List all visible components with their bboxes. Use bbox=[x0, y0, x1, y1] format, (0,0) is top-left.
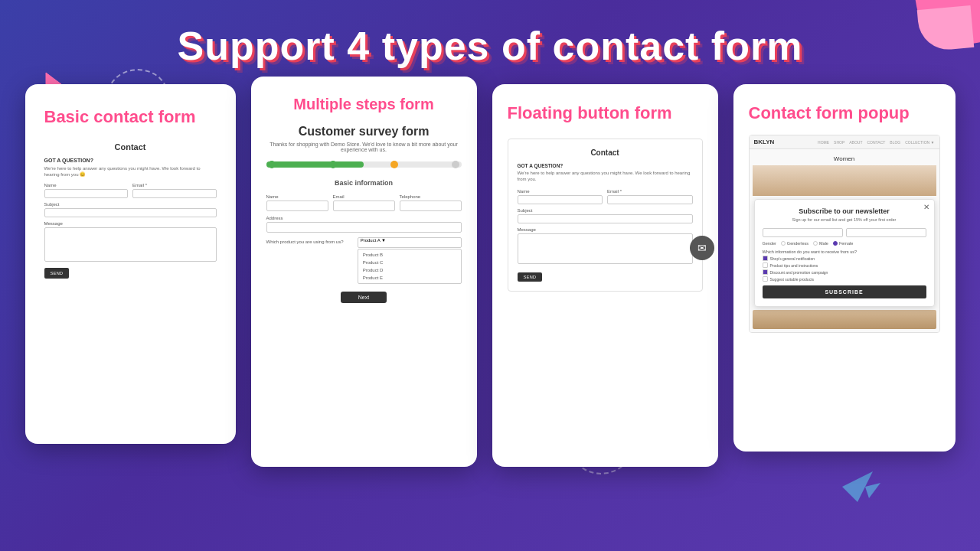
modal-gender-male[interactable]: Male bbox=[813, 241, 828, 246]
cards-container: Basic contact form Contact GOT A QUESTIO… bbox=[0, 69, 980, 467]
step-dot-1 bbox=[268, 161, 276, 168]
steps-section-label: Basic information bbox=[266, 179, 462, 187]
checkbox-general[interactable]: Shop's general notification bbox=[763, 256, 926, 261]
floating-form-section: GOT A QUESTION? bbox=[518, 163, 693, 168]
checkbox-discount-label: Discount and promotion campaign bbox=[770, 270, 828, 275]
floating-email-field: Email * bbox=[607, 189, 693, 204]
floating-name-input[interactable] bbox=[518, 195, 603, 204]
floating-subject-field: Subject bbox=[518, 208, 693, 223]
step-dot-2 bbox=[329, 161, 337, 168]
floating-subject-input[interactable] bbox=[518, 214, 693, 223]
steps-address-input[interactable] bbox=[266, 222, 462, 233]
basic-form-send-button[interactable]: SEND bbox=[44, 268, 70, 279]
steps-telephone-field: Telephone bbox=[400, 194, 462, 211]
nav-collection[interactable]: COLLECTION ▼ bbox=[905, 140, 934, 145]
basic-form-email-field: Email * bbox=[132, 183, 217, 198]
gender-radio-genderless-dot bbox=[781, 241, 786, 246]
step-dot-3 bbox=[390, 161, 398, 168]
page-title: Support 4 types of contact form bbox=[0, 0, 980, 69]
steps-email-input[interactable] bbox=[333, 201, 395, 211]
checkbox-suggest[interactable]: Suggest suitable products bbox=[763, 276, 926, 282]
floating-form-heading: Contact bbox=[518, 148, 693, 157]
nav-shop[interactable]: SHOP bbox=[834, 140, 844, 145]
basic-form-message-textarea[interactable] bbox=[44, 227, 217, 262]
modal-email-field bbox=[846, 228, 926, 237]
basic-form-name-input[interactable] bbox=[44, 189, 129, 198]
floating-send-button[interactable]: SEND bbox=[518, 272, 543, 282]
basic-form-subject-field: Subject bbox=[44, 202, 217, 217]
product-option-c[interactable]: Product C bbox=[358, 259, 461, 266]
steps-progress-bar bbox=[266, 161, 462, 168]
popup-form-title: Contact form popup bbox=[749, 103, 940, 123]
basic-form-subject-label: Subject bbox=[44, 202, 217, 207]
product-option-b[interactable]: Product B bbox=[358, 251, 461, 259]
modal-subscribe-button[interactable]: SUBSCRIBE bbox=[763, 285, 926, 298]
browser-nav: HOME SHOP ABOUT CONTACT BLOG COLLECTION … bbox=[818, 140, 934, 145]
basic-form-heading: Contact bbox=[44, 142, 217, 152]
gender-genderless-label: Genderless bbox=[787, 241, 808, 246]
modal-name-input[interactable] bbox=[763, 228, 843, 237]
browser-product-image bbox=[753, 165, 936, 196]
floating-email-label: Email * bbox=[607, 189, 693, 194]
steps-email-field: Email bbox=[333, 194, 395, 211]
checkbox-discount-box bbox=[763, 269, 768, 275]
modal-gender-row: Gender Genderless Male Female bbox=[763, 241, 926, 246]
checkbox-product-tips-box bbox=[763, 262, 768, 268]
nav-about[interactable]: ABOUT bbox=[849, 140, 862, 145]
checkbox-suggest-label: Suggest suitable products bbox=[770, 277, 815, 282]
basic-form-name-label: Name bbox=[44, 183, 129, 187]
product-option-d[interactable]: Product D bbox=[358, 266, 461, 274]
steps-product-selected[interactable]: Product A ▼ bbox=[358, 237, 462, 248]
card-floating-button: Floating button form Contact GOT A QUEST… bbox=[492, 84, 718, 467]
basic-form-name-field: Name bbox=[44, 183, 129, 198]
product-option-e[interactable]: Product E bbox=[358, 274, 461, 282]
modal-name-email-row bbox=[763, 228, 926, 237]
steps-name-field: Name bbox=[266, 194, 328, 211]
nav-contact[interactable]: CONTACT bbox=[867, 140, 886, 145]
checkbox-discount[interactable]: Discount and promotion campaign bbox=[763, 269, 926, 275]
floating-form-title: Floating button form bbox=[508, 103, 703, 123]
floating-subject-label: Subject bbox=[518, 208, 693, 213]
checkbox-suggest-box bbox=[763, 276, 768, 282]
modal-email-input[interactable] bbox=[846, 228, 926, 237]
basic-form-message-field: Message bbox=[44, 221, 217, 262]
floating-message-textarea[interactable] bbox=[518, 233, 693, 264]
steps-name-input[interactable] bbox=[266, 201, 328, 211]
floating-form-description: We're here to help answer any questions … bbox=[518, 170, 693, 183]
step-dot-4 bbox=[452, 161, 459, 168]
browser-product-bottom bbox=[753, 310, 936, 329]
nav-home[interactable]: HOME bbox=[818, 140, 829, 145]
card-basic-contact: Basic contact form Contact GOT A QUESTIO… bbox=[25, 84, 236, 444]
steps-progress-dots bbox=[266, 161, 462, 168]
checkbox-general-box bbox=[763, 256, 768, 261]
floating-email-input[interactable] bbox=[607, 195, 693, 204]
checkbox-product-tips[interactable]: Product tips and instructions bbox=[763, 262, 926, 268]
card-contact-popup: Contact form popup BKLYN HOME SHOP ABOUT… bbox=[733, 84, 956, 452]
basic-form-subject-input[interactable] bbox=[44, 208, 217, 217]
steps-product-dropdown: Product B Product C Product D Product E bbox=[358, 249, 462, 284]
steps-name-email-tel-row: Name Email Telephone bbox=[266, 194, 462, 211]
basic-form-message-label: Message bbox=[44, 221, 217, 226]
checkbox-general-label: Shop's general notification bbox=[770, 256, 815, 261]
steps-product-select-wrapper: Product A ▼ Product B Product C Product … bbox=[358, 237, 462, 284]
basic-form-preview: Contact GOT A QUESTION? We're here to he… bbox=[44, 142, 217, 279]
browser-page-title: Women bbox=[753, 152, 936, 165]
modal-gender-genderless[interactable]: Genderless bbox=[781, 241, 808, 246]
basic-form-section: GOT A QUESTION? bbox=[44, 158, 217, 163]
basic-form-email-input[interactable] bbox=[132, 189, 217, 198]
modal-gender-female[interactable]: Female bbox=[833, 241, 853, 246]
floating-contact-box: Contact GOT A QUESTION? We're here to he… bbox=[508, 139, 703, 292]
steps-next-button[interactable]: Next bbox=[341, 292, 387, 303]
basic-form-name-email-row: Name Email * bbox=[44, 183, 217, 198]
modal-close-button[interactable]: ✕ bbox=[923, 203, 929, 211]
modal-checkboxes: Shop's general notification Product tips… bbox=[763, 256, 926, 282]
steps-address-label: Address bbox=[266, 216, 462, 220]
nav-blog[interactable]: BLOG bbox=[890, 140, 900, 145]
steps-telephone-label: Telephone bbox=[400, 194, 462, 199]
steps-form-title: Multiple steps form bbox=[266, 96, 462, 113]
modal-title: Subscribe to our newsletter bbox=[763, 207, 926, 215]
steps-telephone-input[interactable] bbox=[400, 201, 462, 211]
floating-chat-button[interactable]: ✉ bbox=[690, 236, 714, 260]
card-multiple-steps: Multiple steps form Customer survey form… bbox=[251, 77, 477, 467]
gender-radio-female-dot bbox=[833, 241, 838, 246]
